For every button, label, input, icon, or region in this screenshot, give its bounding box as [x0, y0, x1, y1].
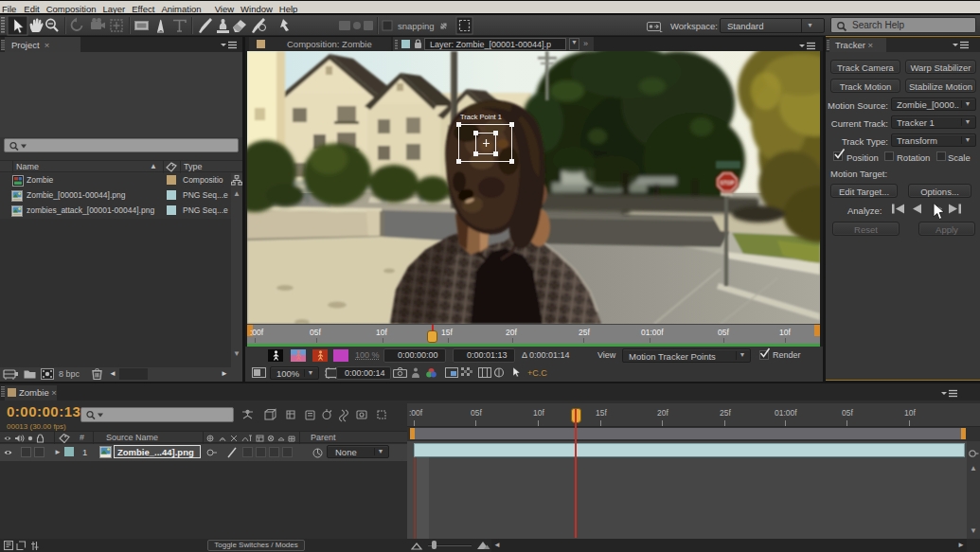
- svg-text:snapping: snapping: [398, 21, 435, 31]
- svg-text:STOP: STOP: [721, 180, 735, 186]
- svg-text:Track Point 1: Track Point 1: [460, 113, 502, 121]
